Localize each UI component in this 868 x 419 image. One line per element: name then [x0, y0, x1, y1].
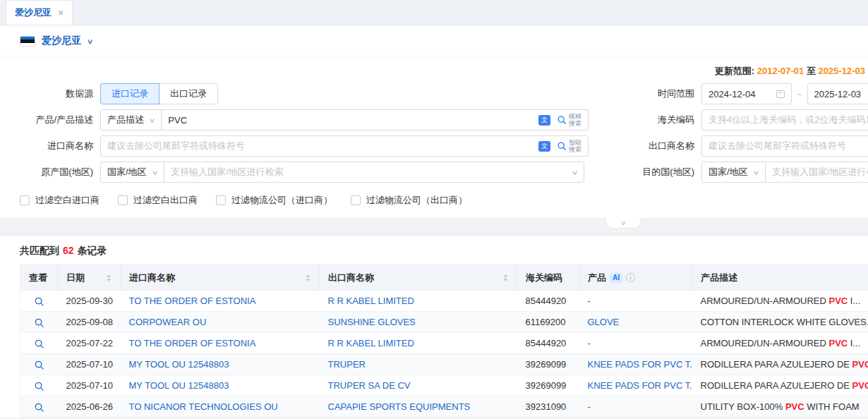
- importer-link[interactable]: MY TOOL OU 12548803: [121, 375, 320, 396]
- smart-search-label: 智能搜索: [569, 139, 581, 153]
- destination-input[interactable]: 支持输入国家/地区进行检索: [765, 162, 868, 183]
- date-cell: 2025-06-26: [58, 396, 121, 418]
- hs-code-placeholder: 支持4位以上海关编码，或2位海关编码加上: [709, 114, 868, 126]
- filter-checkbox[interactable]: 过滤空白出口商: [118, 194, 198, 207]
- view-button[interactable]: [20, 312, 58, 333]
- table-row: 2025-09-08CORPOWEAR OUSUNSHINE GLOVES611…: [20, 312, 868, 333]
- origin-type-select[interactable]: 国家/地区 ∨: [100, 162, 164, 183]
- column-header-3[interactable]: 出口商名称▲▼: [320, 265, 517, 291]
- filter-checkbox[interactable]: 过滤物流公司（出口商）: [351, 194, 467, 207]
- date-cell: 2025-07-10: [58, 354, 121, 375]
- translate-icon[interactable]: 文: [538, 115, 550, 126]
- hs-code-cell: 39269099: [517, 354, 579, 375]
- product-type-select[interactable]: 产品描述 ∨: [100, 109, 162, 130]
- country-chevron-down-icon[interactable]: ∨: [87, 37, 94, 45]
- view-magnifier-icon: [34, 381, 44, 391]
- fuzzy-search-button[interactable]: 模糊搜索: [557, 113, 581, 127]
- info-icon[interactable]: i: [626, 273, 635, 282]
- date-from-input[interactable]: 2024-12-04: [701, 83, 792, 104]
- product-label: 产品/产品描述: [0, 114, 100, 126]
- update-to-date: 2025-12-03: [819, 66, 866, 76]
- view-button[interactable]: [20, 354, 58, 375]
- date-to-value: 2025-12-03: [814, 89, 862, 99]
- hs-code-cell: 85444920: [517, 291, 579, 312]
- importer-placeholder: 建议去除公司尾部字符或特殊符号: [107, 140, 245, 152]
- collapse-filters-button[interactable]: ∨: [605, 218, 641, 229]
- data-source-toggle: 进口记录 出口记录: [100, 83, 218, 104]
- exporter-link[interactable]: R R KABEL LIMITED: [320, 333, 517, 354]
- checkbox-box-icon[interactable]: [118, 195, 128, 205]
- results-panel: 共匹配到62条记录 查看日期▲▼进口商名称▲▼出口商名称▲▼海关编码产品AIi产…: [0, 236, 868, 418]
- date-cell: 2025-09-08: [58, 312, 121, 333]
- summary-suffix: 条记录: [78, 245, 107, 256]
- importer-link[interactable]: CORPOWEAR OU: [121, 312, 320, 333]
- view-magnifier-icon: [34, 339, 44, 349]
- chevron-down-icon: ∨: [571, 169, 578, 176]
- destination-type-select[interactable]: 国家/地区 ∨: [701, 162, 766, 183]
- import-records-tab[interactable]: 进口记录: [100, 83, 159, 104]
- importer-input[interactable]: 建议去除公司尾部字符或特殊符号 文 智能搜索: [100, 135, 589, 157]
- tab-close-icon[interactable]: ×: [58, 8, 64, 18]
- product-cell[interactable]: KNEE PADS FOR PVC T...: [579, 375, 692, 396]
- column-header-5: 产品AIi: [579, 265, 692, 291]
- tab-estonia[interactable]: 爱沙尼亚 ×: [6, 0, 73, 25]
- smart-search-button[interactable]: 智能搜索: [557, 139, 581, 153]
- product-cell: -: [579, 291, 692, 312]
- table-row: 2025-06-26TO NICANOR TECHNOLOGIES OUCAPA…: [20, 396, 868, 418]
- view-magnifier-icon: [34, 360, 44, 370]
- date-from-value: 2024-12-04: [709, 89, 756, 99]
- calendar-icon: [776, 90, 785, 98]
- column-header-2[interactable]: 进口商名称▲▼: [121, 265, 320, 291]
- checkbox-box-icon[interactable]: [216, 195, 226, 205]
- table-row: 2025-07-22TO THE ORDER OF ESTONIAR R KAB…: [20, 333, 868, 354]
- tab-label: 爱沙尼亚: [15, 6, 52, 19]
- exporter-link[interactable]: CAPAPIE SPORTS EQUIPMENTS: [320, 396, 517, 418]
- filter-checkbox[interactable]: 过滤空白进口商: [20, 194, 100, 207]
- export-records-tab[interactable]: 出口记录: [159, 83, 218, 104]
- results-summary: 共匹配到62条记录: [20, 245, 868, 257]
- product-input[interactable]: PVC 文 模糊搜索: [161, 109, 589, 130]
- checkbox-box-icon[interactable]: [20, 195, 30, 205]
- exporter-link[interactable]: TRUPER SA DE CV: [320, 375, 517, 396]
- sort-icon[interactable]: ▲▼: [306, 274, 311, 282]
- update-range: 更新范围: 2012-07-01 至 2025-12-03: [0, 59, 868, 83]
- checkbox-box-icon[interactable]: [351, 195, 361, 205]
- country-name[interactable]: 爱沙尼亚: [42, 35, 81, 47]
- origin-placeholder: 支持输入国家/地区进行检索: [171, 166, 284, 178]
- results-table-wrap: 查看日期▲▼进口商名称▲▼出口商名称▲▼海关编码产品AIi产品描述 2025-0…: [20, 265, 868, 418]
- importer-link[interactable]: TO THE ORDER OF ESTONIA: [121, 291, 320, 312]
- sort-icon[interactable]: ▲▼: [503, 274, 508, 282]
- ai-badge: AI: [610, 273, 622, 283]
- filter-panel: 更新范围: 2012-07-01 至 2025-12-03 数据源 进口记录 出…: [0, 56, 868, 218]
- exporter-link[interactable]: SUNSHINE GLOVES: [320, 312, 517, 333]
- search-icon: [557, 115, 567, 125]
- importer-link[interactable]: MY TOOL OU 12548803: [121, 354, 320, 375]
- translate-icon[interactable]: 文: [538, 141, 550, 152]
- column-header-1[interactable]: 日期▲▼: [58, 265, 121, 291]
- product-cell[interactable]: KNEE PADS FOR PVC T...: [579, 354, 692, 375]
- hs-code-cell: 61169200: [517, 312, 579, 333]
- date-to-input[interactable]: 2025-12-03: [807, 83, 868, 104]
- sort-icon[interactable]: ▲▼: [107, 274, 111, 282]
- product-cell[interactable]: GLOVE: [579, 312, 692, 333]
- hs-code-input[interactable]: 支持4位以上海关编码，或2位海关编码加上: [701, 109, 868, 130]
- product-desc-cell: UTILITY BOX-100% PVC WITH FOAM: [692, 396, 868, 418]
- product-cell: -: [579, 396, 692, 418]
- importer-link[interactable]: TO THE ORDER OF ESTONIA: [121, 333, 320, 354]
- view-button[interactable]: [20, 333, 58, 354]
- product-type-value: 产品描述: [107, 114, 144, 126]
- exporter-input[interactable]: 建议去除公司尾部字符或特殊符号: [701, 135, 868, 157]
- origin-input[interactable]: 支持输入国家/地区进行检索 ∨: [164, 162, 584, 183]
- column-header-0: 查看: [20, 265, 58, 291]
- view-button[interactable]: [20, 291, 58, 312]
- importer-link[interactable]: TO NICANOR TECHNOLOGIES OU: [121, 396, 320, 418]
- checkbox-label: 过滤物流公司（进口商）: [231, 194, 332, 207]
- exporter-link[interactable]: R R KABEL LIMITED: [320, 291, 517, 312]
- view-button[interactable]: [20, 396, 58, 418]
- filter-checkbox[interactable]: 过滤物流公司（进口商）: [216, 194, 332, 207]
- column-header-6: 产品描述: [692, 265, 868, 291]
- hs-code-label: 海关编码: [589, 114, 701, 126]
- exporter-link[interactable]: TRUPER: [320, 354, 517, 375]
- table-header-row: 查看日期▲▼进口商名称▲▼出口商名称▲▼海关编码产品AIi产品描述: [20, 265, 868, 291]
- view-button[interactable]: [20, 375, 58, 396]
